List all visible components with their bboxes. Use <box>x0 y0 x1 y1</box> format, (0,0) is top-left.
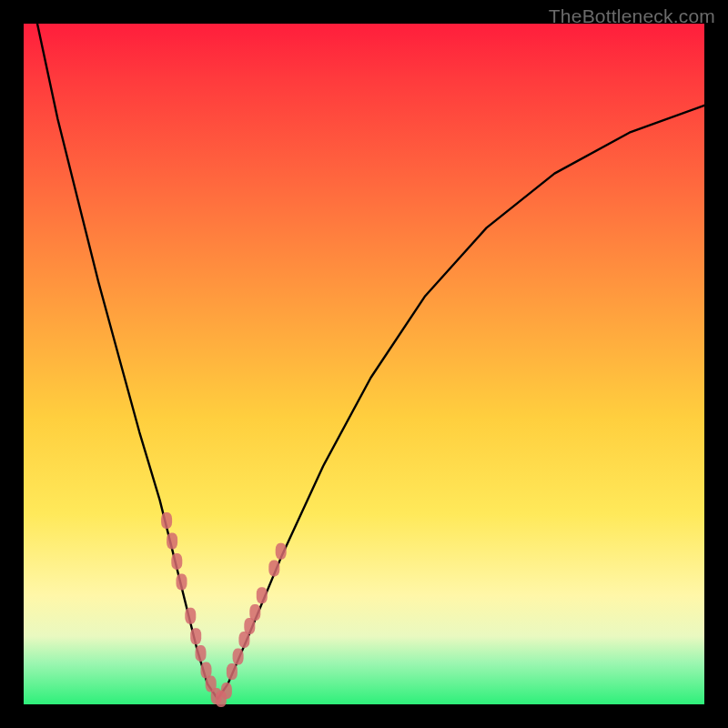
curve-marker <box>221 682 232 699</box>
bottleneck-svg <box>24 24 704 704</box>
curve-marker <box>177 573 187 590</box>
curve-marker <box>227 663 238 680</box>
curve-marker <box>276 543 287 560</box>
curve-marker <box>171 553 182 570</box>
curve-marker <box>190 628 201 644</box>
bottleneck-curve <box>37 24 704 699</box>
curve-marker <box>257 587 268 603</box>
marker-layer <box>161 512 287 707</box>
curve-marker <box>196 645 207 662</box>
curve-marker <box>161 512 172 529</box>
chart-frame: TheBottleneck.com <box>0 0 728 728</box>
curve-marker <box>185 608 196 624</box>
plot-area <box>24 24 704 704</box>
curve-marker <box>167 533 177 550</box>
curve-marker <box>233 649 244 665</box>
curve-marker <box>268 560 279 576</box>
curve-marker <box>249 604 260 621</box>
